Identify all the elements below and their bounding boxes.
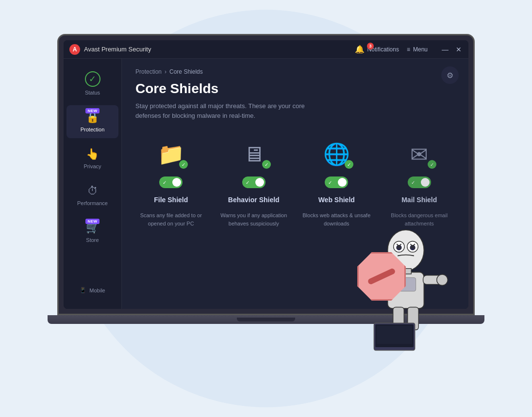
sidebar-item-store[interactable]: NEW 🛒 Store — [66, 216, 118, 249]
behavior-shield-check: ✓ — [262, 160, 271, 169]
menu-label: Menu — [413, 46, 428, 53]
mail-icon: ✉ — [410, 142, 428, 167]
fingerprint-icon: 👆 — [86, 148, 99, 160]
new-badge-store: NEW — [85, 219, 99, 224]
mail-shield-name: Mail Shield — [401, 196, 437, 204]
web-shield-toggle[interactable]: ✓ — [325, 176, 348, 188]
content-area: ⚙ Protection › Core Shields Core Shields… — [122, 59, 468, 309]
status-icon-circle: ✓ — [85, 71, 100, 87]
breadcrumb-parent[interactable]: Protection — [135, 68, 162, 75]
notification-badge: 3 — [367, 43, 374, 49]
mail-shield-toggle[interactable]: ✓ — [408, 176, 431, 188]
sidebar-bottom: 📱 Mobile — [64, 277, 121, 303]
behavior-shield-toggle[interactable]: ✓ — [242, 176, 266, 188]
web-shield-name: Web Shield — [318, 196, 355, 204]
web-shield-desc: Blocks web attacks & unsafe downloads — [301, 211, 372, 227]
mail-shield-desc: Blocks dangerous email attachments — [384, 211, 455, 227]
notifications-button[interactable]: 3 🔔 Notifications — [355, 45, 399, 54]
speedometer-icon: ⏱ — [87, 185, 98, 197]
settings-button[interactable]: ⚙ — [441, 66, 459, 84]
mobile-button[interactable]: 📱 Mobile — [74, 283, 111, 297]
stop-line — [367, 268, 396, 285]
title-bar-actions: 3 🔔 Notifications ≡ Menu — ✕ — [355, 45, 463, 54]
shields-grid: 📁 ✓ ✓ File Shield Scans any file added t… — [135, 140, 455, 227]
laptop-notch — [237, 318, 295, 321]
menu-icon: ≡ — [407, 46, 410, 53]
file-shield-name: File Shield — [154, 196, 188, 204]
file-shield-toggle[interactable]: ✓ — [159, 176, 183, 188]
sidebar-label-status: Status — [85, 90, 100, 96]
file-shield-desc: Scans any file added to or opened on you… — [135, 211, 207, 227]
gear-icon: ⚙ — [447, 71, 453, 80]
breadcrumb-current: Core Shields — [169, 68, 203, 75]
behavior-shield-name: Behavior Shield — [228, 196, 280, 204]
sidebar: ✓ Status NEW 🔒 Protection 👆 Privacy — [64, 59, 122, 309]
new-badge-protection: NEW — [85, 108, 99, 113]
mobile-icon: 📱 — [80, 287, 86, 293]
sidebar-label-store: Store — [86, 237, 99, 243]
sidebar-item-performance[interactable]: ⏱ Performance — [66, 179, 118, 212]
sidebar-item-privacy[interactable]: 👆 Privacy — [66, 142, 118, 175]
laptop-base — [48, 315, 484, 324]
close-button[interactable]: ✕ — [455, 46, 463, 53]
menu-button[interactable]: ≡ Menu — [407, 46, 428, 53]
toggle-check-icon: ✓ — [246, 180, 249, 185]
sidebar-label-performance: Performance — [77, 200, 108, 206]
breadcrumb-separator: › — [165, 68, 166, 75]
check-icon: ✓ — [89, 74, 96, 84]
toggle-check-icon: ✓ — [328, 180, 332, 185]
sidebar-label-protection: Protection — [81, 127, 105, 132]
mail-shield-card: ✉ ✓ ✓ Mail Shield Blocks dangerous email… — [384, 140, 455, 227]
web-shield-icon-wrapper: 🌐 ✓ — [319, 140, 353, 169]
behavior-shield-card: 🖥 ✓ ✓ Behavior Shield Warns you if any a… — [218, 140, 290, 227]
behavior-shield-desc: Warns you if any application behaves sus… — [218, 211, 290, 227]
app-title: Avast Premium Security — [84, 46, 355, 53]
mail-shield-check: ✓ — [428, 160, 436, 169]
stop-sign-illustration — [357, 252, 416, 310]
sidebar-item-protection[interactable]: NEW 🔒 Protection — [66, 105, 118, 138]
sidebar-item-status[interactable]: ✓ Status — [66, 65, 118, 101]
file-shield-check: ✓ — [179, 160, 188, 169]
app-logo: A — [69, 44, 80, 55]
title-bar: A Avast Premium Security 3 🔔 Notificatio… — [64, 40, 468, 59]
toggle-check-icon: ✓ — [411, 180, 415, 185]
page-title: Core Shields — [135, 81, 455, 96]
breadcrumb: Protection › Core Shields — [135, 68, 455, 75]
behavior-shield-icon-wrapper: 🖥 ✓ — [237, 140, 271, 169]
laptop-wrapper: A Avast Premium Security 3 🔔 Notificatio… — [48, 34, 484, 383]
web-shield-check: ✓ — [345, 160, 353, 169]
window-controls: — ✕ — [441, 46, 463, 53]
mobile-label: Mobile — [89, 288, 105, 293]
bell-icon: 🔔 — [355, 45, 365, 54]
file-shield-card: 📁 ✓ ✓ File Shield Scans any file added t… — [135, 140, 207, 227]
toggle-check-icon: ✓ — [163, 180, 166, 185]
mail-shield-icon-wrapper: ✉ ✓ — [402, 140, 436, 169]
web-shield-card: 🌐 ✓ ✓ Web Shield Blocks web attacks & un… — [301, 140, 372, 227]
stop-sign-shape — [357, 252, 406, 301]
sidebar-label-privacy: Privacy — [83, 163, 101, 169]
page-description: Stay protected against all major threats… — [135, 101, 310, 120]
monitor-icon: 🖥 — [243, 142, 265, 166]
minimize-button[interactable]: — — [441, 46, 449, 53]
file-shield-icon-wrapper: 📁 ✓ — [154, 140, 188, 169]
